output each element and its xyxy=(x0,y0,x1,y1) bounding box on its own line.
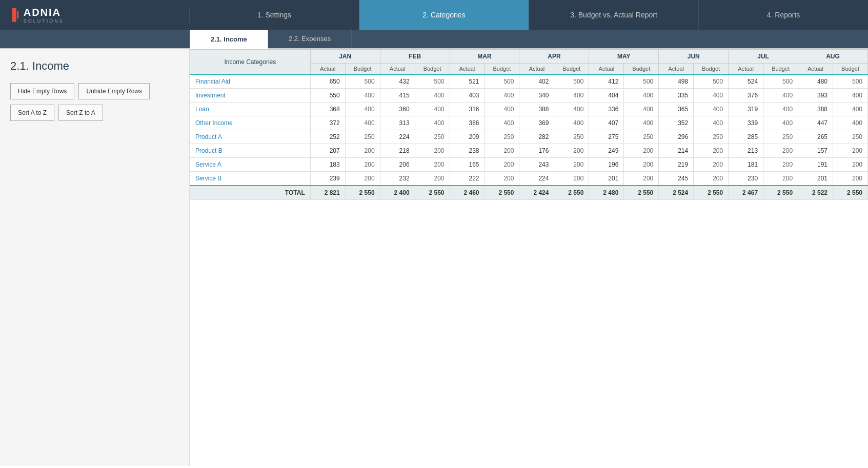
cell-budget: 500 xyxy=(763,74,798,89)
jul-actual-header: Actual xyxy=(729,64,763,75)
table-row: Investment550400415400403400340400404400… xyxy=(190,89,868,103)
aug-header: AUG xyxy=(798,50,868,64)
cell-budget: 400 xyxy=(833,103,868,116)
cell-budget: 400 xyxy=(624,89,659,103)
cell-budget: 200 xyxy=(763,144,798,158)
cell-budget: 200 xyxy=(694,172,729,186)
cell-budget: 250 xyxy=(485,130,519,144)
logo-name: ADNIA xyxy=(24,7,64,18)
table-row: Service B2392002322002222002242002012002… xyxy=(190,172,868,186)
cell-actual: 369 xyxy=(519,116,554,130)
nav-tab-settings[interactable]: 1. Settings xyxy=(190,0,359,30)
cell-actual: 393 xyxy=(798,89,833,103)
cell-budget: 400 xyxy=(554,116,589,130)
row-label-product-b: Product B xyxy=(190,144,311,158)
sort-za-button[interactable]: Sort Z to A xyxy=(58,105,103,121)
total-actual: 2 467 xyxy=(729,186,763,200)
cell-actual: 265 xyxy=(798,130,833,144)
cell-budget: 250 xyxy=(554,130,589,144)
feb-header: FEB xyxy=(380,50,450,64)
cell-budget: 500 xyxy=(554,74,589,89)
income-table: Income Categories JAN FEB MAR APR MAY JU… xyxy=(190,49,868,200)
cell-budget: 250 xyxy=(694,130,729,144)
hide-empty-rows-button[interactable]: Hide Empty Rows xyxy=(10,83,74,99)
total-budget: 2 550 xyxy=(833,186,868,200)
cell-actual: 650 xyxy=(310,74,345,89)
cell-budget: 200 xyxy=(624,172,659,186)
sub-tab-expenses[interactable]: 2.2. Expenses xyxy=(268,30,352,48)
cell-actual: 230 xyxy=(729,172,763,186)
cell-budget: 500 xyxy=(415,74,450,89)
nav-tab-categories[interactable]: 2. Categories xyxy=(359,0,529,30)
cell-actual: 404 xyxy=(589,89,624,103)
cell-budget: 200 xyxy=(345,172,380,186)
jan-header: JAN xyxy=(310,50,380,64)
row-label-other-income: Other Income xyxy=(190,116,311,130)
cell-budget: 200 xyxy=(763,158,798,172)
jun-budget-header: Budget xyxy=(694,64,729,75)
cell-budget: 400 xyxy=(694,103,729,116)
cell-budget: 400 xyxy=(554,89,589,103)
cell-budget: 400 xyxy=(415,116,450,130)
sub-tabs: 2.1. Income 2.2. Expenses xyxy=(0,30,868,49)
cell-budget: 400 xyxy=(624,103,659,116)
cell-budget: 500 xyxy=(833,74,868,89)
cell-budget: 400 xyxy=(763,116,798,130)
row-label-loan: Loan xyxy=(190,103,311,116)
mar-actual-header: Actual xyxy=(450,64,485,75)
cell-budget: 200 xyxy=(554,158,589,172)
totals-row: TOTAL2 8212 5502 4002 5502 4602 5502 424… xyxy=(190,186,868,200)
row-label-financial-aid: Financial Aid xyxy=(190,74,311,89)
nav-tab-budget-report[interactable]: 3. Budget vs. Actual Report xyxy=(529,0,699,30)
cell-actual: 335 xyxy=(659,89,694,103)
cell-budget: 200 xyxy=(554,144,589,158)
total-actual: 2 522 xyxy=(798,186,833,200)
unhide-empty-rows-button[interactable]: Unhide Empty Rows xyxy=(78,83,150,99)
cell-budget: 400 xyxy=(415,89,450,103)
cell-actual: 340 xyxy=(519,89,554,103)
cell-actual: 207 xyxy=(310,144,345,158)
cell-actual: 412 xyxy=(589,74,624,89)
jan-actual-header: Actual xyxy=(310,64,345,75)
feb-budget-header: Budget xyxy=(415,64,450,75)
main-layout: 2.1. Income Hide Empty Rows Unhide Empty… xyxy=(0,49,868,466)
btn-row-1: Hide Empty Rows Unhide Empty Rows xyxy=(10,83,179,99)
cell-actual: 386 xyxy=(450,116,485,130)
table-row: Financial Aid650500432500521500402500412… xyxy=(190,74,868,89)
cell-actual: 285 xyxy=(729,130,763,144)
may-budget-header: Budget xyxy=(624,64,659,75)
cell-actual: 219 xyxy=(659,158,694,172)
cell-actual: 191 xyxy=(798,158,833,172)
cell-budget: 200 xyxy=(554,172,589,186)
cell-actual: 282 xyxy=(519,130,554,144)
cell-budget: 200 xyxy=(345,158,380,172)
cell-actual: 498 xyxy=(659,74,694,89)
cell-actual: 296 xyxy=(659,130,694,144)
row-label-investment: Investment xyxy=(190,89,311,103)
nav-tab-reports[interactable]: 4. Reports xyxy=(699,0,868,30)
cell-budget: 400 xyxy=(554,103,589,116)
cell-actual: 407 xyxy=(589,116,624,130)
sort-az-button[interactable]: Sort A to Z xyxy=(10,105,54,121)
table-row: Product B2072002182002382001762002492002… xyxy=(190,144,868,158)
cell-budget: 400 xyxy=(345,89,380,103)
cell-actual: 550 xyxy=(310,89,345,103)
cell-budget: 400 xyxy=(345,103,380,116)
total-budget: 2 550 xyxy=(694,186,729,200)
cell-budget: 250 xyxy=(345,130,380,144)
apr-budget-header: Budget xyxy=(554,64,589,75)
cell-budget: 400 xyxy=(694,116,729,130)
sub-tab-income[interactable]: 2.1. Income xyxy=(190,30,268,49)
total-actual: 2 460 xyxy=(450,186,485,200)
cell-actual: 368 xyxy=(310,103,345,116)
cell-actual: 224 xyxy=(380,130,415,144)
aug-budget-header: Budget xyxy=(833,64,868,75)
apr-header: APR xyxy=(519,50,589,64)
cell-actual: 232 xyxy=(380,172,415,186)
cell-actual: 157 xyxy=(798,144,833,158)
cell-actual: 176 xyxy=(519,144,554,158)
mar-header: MAR xyxy=(450,50,519,64)
cell-budget: 200 xyxy=(485,158,519,172)
cell-budget: 200 xyxy=(763,172,798,186)
cell-actual: 403 xyxy=(450,89,485,103)
